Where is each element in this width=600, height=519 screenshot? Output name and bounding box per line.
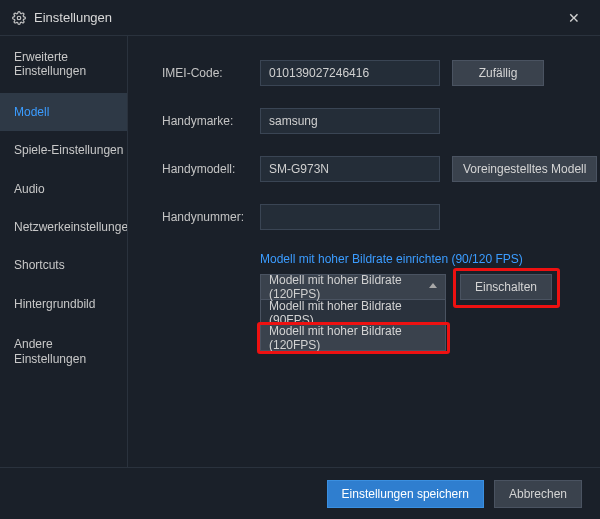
enable-button[interactable]: Einschalten	[460, 274, 552, 300]
highfps-option-90[interactable]: Modell mit hoher Bildrate (90FPS)	[261, 300, 445, 325]
content: Erweiterte Einstellungen Modell Spiele-E…	[0, 36, 600, 467]
highfps-option-120[interactable]: Modell mit hoher Bildrate (120FPS)	[261, 325, 445, 350]
svg-point-0	[17, 16, 21, 20]
close-icon[interactable]: ✕	[560, 6, 588, 30]
save-button[interactable]: Einstellungen speichern	[327, 480, 484, 508]
highfps-option-label: Modell mit hoher Bildrate (120FPS)	[269, 324, 437, 352]
row-phonenum: Handynummer:	[162, 204, 597, 230]
sidebar-item-other[interactable]: Andere Einstellungen	[0, 323, 127, 380]
sidebar-item-label: Hintergrundbild	[14, 297, 95, 311]
titlebar: Einstellungen ✕	[0, 0, 600, 36]
highfps-option-label: Modell mit hoher Bildrate (90FPS)	[269, 299, 437, 327]
highfps-dropdown-selected[interactable]: Modell mit hoher Bildrate (120FPS)	[260, 274, 446, 300]
sidebar-item-shortcuts[interactable]: Shortcuts	[0, 246, 127, 284]
preset-model-button[interactable]: Voreingestelltes Modell	[452, 156, 597, 182]
sidebar-item-label: Andere Einstellungen	[14, 337, 86, 365]
random-button[interactable]: Zufällig	[452, 60, 544, 86]
phonenum-label: Handynummer:	[162, 210, 252, 224]
footer: Einstellungen speichern Abbrechen	[0, 467, 600, 519]
row-imei: IMEI-Code: Zufällig	[162, 60, 597, 86]
enable-wrap: Einschalten	[446, 274, 552, 300]
highfps-row: Modell mit hoher Bildrate (120FPS) Model…	[260, 274, 597, 351]
form-area: IMEI-Code: Zufällig Handymarke: Handymod…	[128, 36, 600, 467]
row-brand: Handymarke:	[162, 108, 597, 134]
sidebar-item-advanced[interactable]: Erweiterte Einstellungen	[0, 36, 127, 93]
highfps-dropdown-list: Modell mit hoher Bildrate (90FPS) Modell…	[260, 300, 446, 351]
sidebar-item-label: Netzwerkeinstellungen	[14, 220, 127, 234]
sidebar-item-label: Modell	[14, 105, 49, 119]
sidebar: Erweiterte Einstellungen Modell Spiele-E…	[0, 36, 128, 467]
sidebar-item-label: Shortcuts	[14, 258, 65, 272]
gear-icon	[12, 11, 26, 25]
chevron-up-icon	[429, 283, 437, 288]
window-title: Einstellungen	[34, 10, 560, 25]
sidebar-item-model[interactable]: Modell	[0, 93, 127, 131]
model-label: Handymodell:	[162, 162, 252, 176]
sidebar-item-audio[interactable]: Audio	[0, 170, 127, 208]
sidebar-item-label: Audio	[14, 182, 45, 196]
brand-label: Handymarke:	[162, 114, 252, 128]
highfps-dropdown: Modell mit hoher Bildrate (120FPS) Model…	[260, 274, 446, 351]
sidebar-item-wallpaper[interactable]: Hintergrundbild	[0, 285, 127, 323]
imei-label: IMEI-Code:	[162, 66, 252, 80]
imei-input[interactable]	[260, 60, 440, 86]
highfps-section-title: Modell mit hoher Bildrate einrichten (90…	[260, 252, 597, 266]
sidebar-item-label: Spiele-Einstellungen	[14, 143, 123, 157]
brand-input[interactable]	[260, 108, 440, 134]
highfps-selected-text: Modell mit hoher Bildrate (120FPS)	[269, 273, 437, 301]
sidebar-item-games[interactable]: Spiele-Einstellungen	[0, 131, 127, 169]
sidebar-item-label: Erweiterte Einstellungen	[14, 50, 86, 78]
sidebar-item-network[interactable]: Netzwerkeinstellungen	[0, 208, 127, 246]
model-input[interactable]	[260, 156, 440, 182]
row-model: Handymodell: Voreingestelltes Modell	[162, 156, 597, 182]
cancel-button[interactable]: Abbrechen	[494, 480, 582, 508]
phonenum-input[interactable]	[260, 204, 440, 230]
